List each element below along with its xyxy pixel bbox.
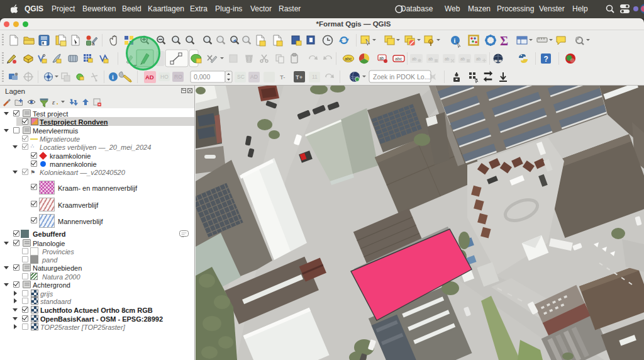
svg-text:ab: ab <box>412 57 417 61</box>
svg-text:AD: AD <box>250 74 258 80</box>
svg-text:RO: RO <box>174 74 182 80</box>
svg-text:a: a <box>92 41 95 47</box>
svg-text:AD: AD <box>145 74 154 81</box>
svg-text:ab: ab <box>460 57 465 61</box>
svg-text:i: i <box>454 37 456 44</box>
svg-text:11: 11 <box>312 74 318 80</box>
svg-text:abc: abc <box>345 57 352 61</box>
svg-text:0,000: 0,000 <box>194 73 210 81</box>
svg-text:T-: T- <box>280 74 285 81</box>
svg-text:Zoek in PDOK Lo...: Zoek in PDOK Lo... <box>373 73 430 81</box>
svg-text:abc: abc <box>395 57 402 61</box>
svg-text:Σ: Σ <box>500 34 508 48</box>
svg-text:ε: ε <box>52 98 55 106</box>
svg-text:ab: ab <box>428 57 433 61</box>
svg-text:SC: SC <box>237 74 245 80</box>
svg-text:ab: ab <box>445 57 450 61</box>
svg-text:HO: HO <box>160 74 169 80</box>
svg-text:ab: ab <box>379 56 384 60</box>
svg-text:i: i <box>112 74 114 81</box>
svg-text:ab: ab <box>476 57 481 61</box>
svg-text:T+: T+ <box>296 74 303 81</box>
svg-text:?: ? <box>544 55 548 64</box>
